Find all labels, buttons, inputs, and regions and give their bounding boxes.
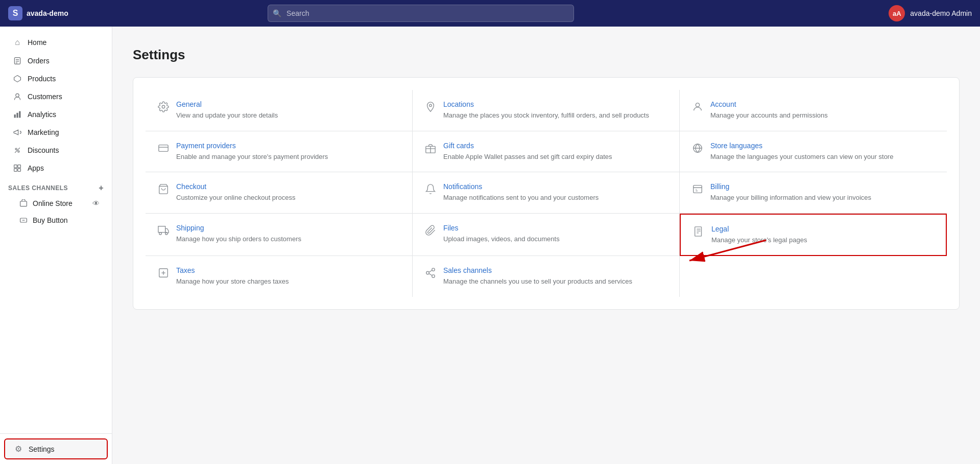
svg-rect-27 [158,226,165,232]
account-title: Account [710,100,828,108]
svg-rect-15 [20,201,27,206]
sidebar-item-buy-button[interactable]: Buy Button [4,212,108,228]
brand-logo[interactable]: S avada-demo [8,6,110,20]
settings-cell-notifications[interactable]: Notifications Manage notifications sent … [413,172,680,214]
svg-point-39 [432,275,435,278]
settings-cell-sales-channels[interactable]: Sales channels Manage the channels you u… [413,256,680,297]
sidebar-item-products[interactable]: Products [4,70,108,87]
settings-cell-general[interactable]: General View and update your store detai… [146,90,413,131]
settings-cell-locations[interactable]: Locations Manage the places you stock in… [413,90,680,131]
general-desc: View and update your store details [176,110,278,121]
search-input[interactable] [268,5,574,22]
shopify-icon: S [8,6,22,20]
settings-cell-gift-cards[interactable]: Gift cards Enable Apple Wallet passes an… [413,131,680,173]
sidebar-item-label: Buy Button [33,216,68,224]
sidebar-item-analytics[interactable]: Analytics [4,106,108,123]
main-content: Settings General View and update your st… [112,27,980,464]
sidebar-item-home[interactable]: ⌂ Home [4,33,108,52]
svg-point-19 [429,104,432,107]
legal-title: Legal [711,225,807,233]
store-languages-desc: Manage the languages your customers can … [710,152,893,162]
notifications-icon [425,183,436,197]
svg-line-41 [429,273,432,275]
sales-channels-label: SALES CHANNELS + [0,177,112,195]
user-menu[interactable]: aA avada-demo Admin [889,5,972,21]
shipping-title: Shipping [176,224,301,232]
svg-point-38 [432,268,435,271]
settings-cell-billing[interactable]: Billing Manage your billing information … [680,172,947,214]
sidebar-item-online-store[interactable]: Online Store 👁 [4,195,108,212]
account-icon [692,101,703,115]
files-icon [425,225,436,239]
online-store-icon [18,199,29,207]
checkout-title: Checkout [176,182,295,191]
shipping-icon [158,225,169,239]
sidebar-item-discounts[interactable]: Discounts [4,142,108,159]
billing-title: Billing [710,182,871,191]
sidebar-item-customers[interactable]: Customers [4,88,108,105]
settings-icon: ⚙ [13,444,23,454]
sidebar-item-apps[interactable]: Apps [4,159,108,177]
svg-point-20 [696,103,699,107]
general-title: General [176,100,278,108]
customers-icon [12,92,22,101]
gift-cards-desc: Enable Apple Wallet passes and set gift … [443,152,612,162]
svg-rect-5 [14,114,16,118]
locations-icon [425,101,436,115]
settings-cell-account[interactable]: Account Manage your accounts and permiss… [680,90,947,131]
sidebar-nav: ⌂ Home Orders Products Customers [0,27,112,433]
settings-cell-checkout[interactable]: Checkout Customize your online checkout … [146,172,413,214]
add-sales-channel-icon[interactable]: + [99,183,104,193]
settings-cell-payment-providers[interactable]: Payment providers Enable and manage your… [146,131,413,173]
sidebar-item-label: Discounts [28,146,59,154]
store-languages-icon [692,143,703,156]
sidebar-item-orders[interactable]: Orders [4,52,108,69]
svg-point-8 [15,148,17,150]
svg-point-9 [18,151,19,152]
sidebar-item-marketing[interactable]: Marketing [4,124,108,141]
svg-rect-14 [18,169,21,172]
legal-icon [693,226,704,240]
eye-icon[interactable]: 👁 [92,199,100,207]
page-title: Settings [133,47,960,63]
products-icon [12,75,22,83]
sidebar-item-label: Online Store [33,199,73,207]
svg-rect-6 [16,113,18,118]
taxes-icon [158,267,169,281]
sales-channels-title: Sales channels [443,266,632,274]
svg-point-37 [426,271,429,274]
sidebar-item-label: Orders [28,57,50,65]
search-wrapper: 🔍 [268,5,574,22]
settings-cell-empty [680,256,947,297]
svg-point-29 [165,232,168,235]
locations-desc: Manage the places you stock inventory, f… [443,110,649,121]
billing-desc: Manage your billing information and view… [710,193,871,203]
search-area: 🔍 [268,5,574,22]
user-name: avada-demo Admin [910,9,972,17]
notifications-title: Notifications [443,182,599,191]
apps-icon [12,164,22,172]
app-body: ⌂ Home Orders Products Customers [0,27,980,464]
sidebar: ⌂ Home Orders Products Customers [0,27,112,464]
avatar: aA [889,5,905,21]
settings-cell-taxes[interactable]: Taxes Manage how your store charges taxe… [146,256,413,297]
svg-point-4 [16,94,19,97]
general-icon [158,101,169,115]
settings-cell-store-languages[interactable]: Store languages Manage the languages you… [680,131,947,173]
analytics-icon [12,110,22,119]
svg-line-40 [429,270,432,272]
settings-cell-legal[interactable]: Legal Manage your store's legal pages [680,214,947,257]
sidebar-item-settings[interactable]: ⚙ Settings [4,438,108,459]
sales-channels-icon [425,267,436,281]
settings-label: Settings [29,445,55,453]
svg-point-28 [159,232,162,235]
gift-cards-title: Gift cards [443,142,612,150]
sidebar-item-label: Analytics [28,110,56,119]
svg-rect-7 [19,111,20,118]
settings-grid: General View and update your store detai… [146,90,947,297]
sidebar-item-label: Marketing [28,128,59,136]
home-icon: ⌂ [12,38,22,47]
checkout-icon [158,183,169,197]
settings-cell-shipping[interactable]: Shipping Manage how you ship orders to c… [146,214,413,257]
settings-cell-files[interactable]: Files Upload images, videos, and documen… [413,214,680,257]
